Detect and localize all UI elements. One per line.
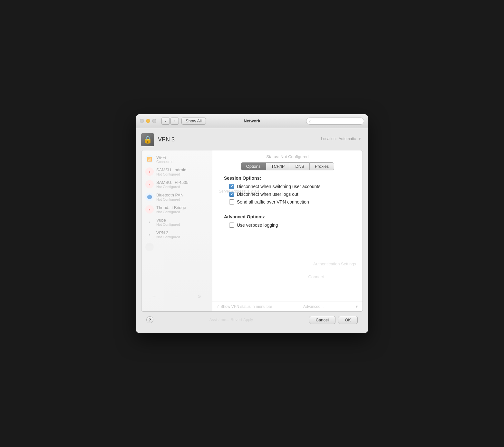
ok-button[interactable]: OK [338,316,358,324]
verbose-logging-checkbox[interactable] [229,223,234,228]
show-all-button[interactable]: Show All [181,118,206,125]
panel-bottom-bar: ✓ Show VPN status in menu bar Advanced..… [212,301,363,311]
vpn-header: 🔒 VPN 3 Location: Automatic ▼ [141,133,363,146]
network-window: ‹ › Show All Network ⌕ 🔒 VPN 3 Location:… [136,114,368,333]
options-section: Session Options: Disconnect when switchi… [219,176,356,228]
list-item: ● Thund...t Bridge Not Configured [141,203,212,216]
assist-me-label: Assist me... [209,318,229,322]
bottom-actions-blurred: Assist me... Revert Apply [209,318,253,322]
forward-button[interactable]: › [170,118,179,125]
cancel-button[interactable]: Cancel [309,316,335,324]
search-input[interactable] [313,119,361,123]
apply-label: Apply [243,318,253,322]
location-value: Automatic [339,137,356,141]
vpn-icon: 🔒 [141,133,154,146]
bluetooth-icon: 🔵 [145,193,154,201]
list-item: 🔵 Bluetooth PAN Not Configured [141,191,212,203]
server-address-label: Server Address: 1.2.3.4 [219,189,259,194]
tab-bar: Options TCP/IP DNS Proxies [219,162,356,170]
sidebar-panel: 📶 Wi-Fi Connected ● SAMSU...ndroid Not C… [141,150,212,311]
checkbox-row-send-traffic: Send all traffic over VPN connection [224,199,351,204]
item-icon: ● [145,218,154,226]
location-arrow-blurred: ▼ [355,304,359,309]
titlebar: ‹ › Show All Network ⌕ [136,114,368,128]
tab-tcpip[interactable]: TCP/IP [266,162,290,170]
item-icon: ● [145,180,154,188]
item-icon [145,243,154,251]
tab-options[interactable]: Options [241,162,266,170]
maximize-button[interactable] [152,119,156,123]
nav-buttons: ‹ › [161,118,179,125]
checkbox-row-verbose: Use verbose logging [224,223,351,228]
advanced-options-label: Advanced Options: [224,214,351,219]
tab-proxies[interactable]: Proxies [309,162,334,170]
vpn-title: VPN 3 [158,136,175,143]
item-icon: ● [145,167,154,176]
checkbox-row-disconnect-switch: Disconnect when switching user accounts [224,184,351,189]
item-icon: ● [145,230,154,239]
footer-buttons: Cancel OK [309,316,358,324]
list-item: ● Vube Not Configured [141,216,212,228]
content-area: 📶 Wi-Fi Connected ● SAMSU...ndroid Not C… [141,150,363,312]
search-icon: ⌕ [309,119,311,123]
vpn-status-menu-label: ✓ Show VPN status in menu bar [216,304,272,309]
revert-label: Revert [231,318,242,322]
lock-icon: 🔒 [143,136,152,144]
window-body: 🔒 VPN 3 Location: Automatic ▼ 📶 Wi-Fi Co… [136,128,368,333]
footer: ? Assist me... Revert Apply Cancel OK [141,312,363,328]
search-box[interactable]: ⌕ [306,118,364,125]
disconnect-switch-checkbox[interactable] [229,184,234,189]
window-title: Network [244,119,260,123]
session-options-label: Session Options: [224,176,351,181]
back-button[interactable]: ‹ [161,118,170,125]
right-panel: Status: Not Configured Options TCP/IP DN… [212,150,363,311]
sidebar-bottom-controls: + − ⚙ [141,292,212,302]
advanced-section: Advanced Options: Use verbose logging [224,214,351,228]
status-badge: Status: Not Configured [219,154,356,159]
list-item: ● SAMSU...ndroid Not Configured [141,166,212,178]
add-network-button[interactable]: + [152,294,156,300]
minimize-button[interactable] [146,119,150,123]
list-item: ● VPN 2 Not Configured [141,228,212,241]
inner-content: 📶 Wi-Fi Connected ● SAMSU...ndroid Not C… [141,150,363,311]
auth-settings-label: Authentication Settings [313,262,356,266]
close-button[interactable] [140,119,144,123]
settings-icon[interactable]: ⚙ [197,294,201,300]
tab-dns[interactable]: DNS [290,162,309,170]
send-traffic-label: Send all traffic over VPN connection [237,199,309,204]
wifi-icon: 📶 [145,155,154,163]
list-item: ... [141,241,212,253]
traffic-lights [140,119,156,123]
remove-network-button[interactable]: − [175,294,178,300]
location-label: Location: [321,137,337,141]
list-item: ● SAMSU...H-4535 Not Configured [141,178,212,191]
list-item: 📶 Wi-Fi Connected [141,153,212,166]
location-bar: Location: Automatic ▼ [321,137,362,141]
send-traffic-checkbox[interactable] [229,199,234,204]
connect-button-blurred: Connect [308,274,324,279]
advanced-button-blurred: Advanced... [303,304,324,309]
location-arrow: ▼ [358,137,362,141]
verbose-logging-label: Use verbose logging [237,223,278,228]
item-icon: ● [145,205,154,214]
disconnect-switch-label: Disconnect when switching user accounts [237,184,320,189]
help-button[interactable]: ? [146,316,153,323]
